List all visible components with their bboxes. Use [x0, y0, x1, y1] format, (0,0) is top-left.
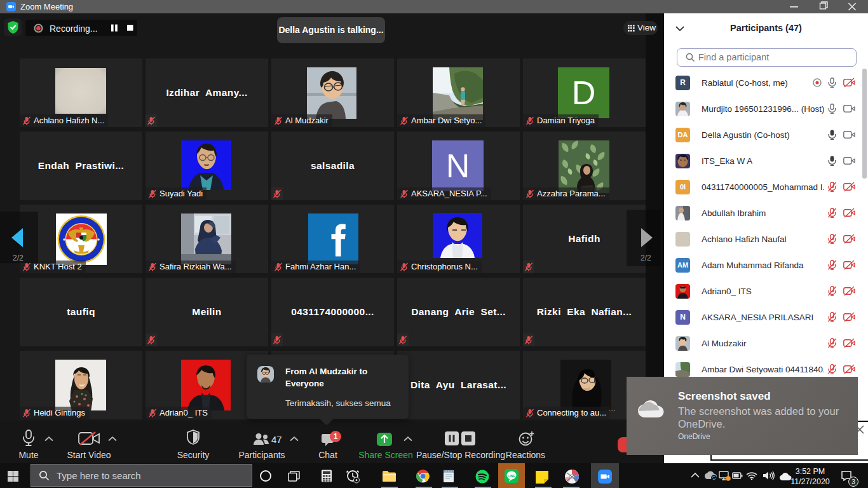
svg-text:LINE: LINE: [508, 474, 516, 478]
